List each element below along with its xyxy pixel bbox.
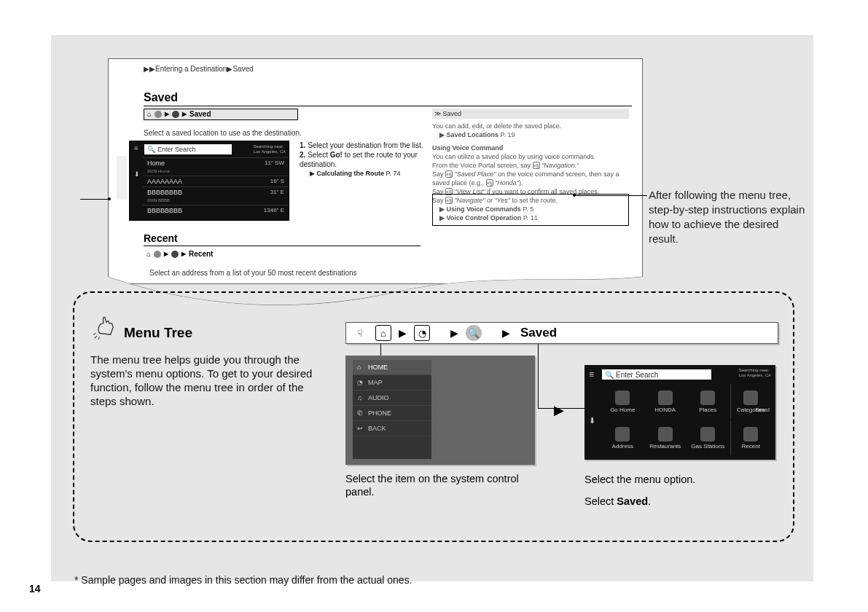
triangle-icon: ▶ bbox=[165, 109, 169, 119]
home-icon: ⌂ bbox=[375, 325, 391, 341]
back-icon: ↩ bbox=[357, 425, 364, 432]
down-arrow-icon: ⬇ bbox=[134, 170, 140, 178]
cp-item-audio: ♫AUDIO bbox=[353, 391, 431, 406]
honda-icon bbox=[658, 391, 673, 405]
nav-icon bbox=[154, 251, 161, 258]
home-icon: ⌂ bbox=[146, 249, 151, 259]
triangle-icon: ▶ bbox=[182, 109, 187, 119]
menu-tree-bar-recent: ⌂ ▶ ▶ Recent bbox=[144, 248, 298, 260]
nav-search-box: 🔍 Enter Search bbox=[144, 144, 232, 154]
step-list: 1. Select your destination from the list… bbox=[300, 141, 423, 178]
home-icon: ⌂ bbox=[147, 109, 152, 119]
triangle-icon: ▶ bbox=[502, 327, 510, 339]
nm-item: Restaurants bbox=[645, 420, 687, 455]
callout-anchor bbox=[108, 197, 111, 200]
ref-link: ▶ Saved Locations P. 19 bbox=[432, 130, 629, 139]
address-icon bbox=[615, 427, 630, 442]
highlight-box bbox=[432, 194, 629, 226]
nav-search-box: 🔍 Enter Search bbox=[602, 369, 711, 380]
nav-map-icon: ◔ bbox=[414, 325, 430, 341]
triangle-icon: ▶ bbox=[164, 249, 168, 259]
search-icon bbox=[171, 251, 179, 258]
cp-item-home: ⌂HOME bbox=[353, 360, 431, 375]
page-background: ▶▶Entering a Destination▶Saved Saved ⌂ ▶… bbox=[51, 35, 813, 581]
breadcrumb: ▶▶Entering a Destination▶Saved bbox=[144, 65, 254, 73]
control-panel-screenshot: ⌂HOME ◔MAP ♫AUDIO ✆PHONE ↩BACK bbox=[345, 356, 535, 465]
pin-icon bbox=[700, 391, 715, 405]
menu-tree-bar-saved: ⌂ ▶ ▶ Saved bbox=[144, 109, 298, 120]
tree-leaf-label: Saved bbox=[520, 326, 557, 340]
home-icon: ⌂ bbox=[357, 364, 364, 371]
page-number: 14 bbox=[29, 583, 41, 595]
recent-icon bbox=[743, 427, 758, 442]
menu-icon: ≡ bbox=[134, 144, 138, 152]
search-icon: 🔍 bbox=[466, 325, 482, 341]
gas-icon bbox=[700, 427, 715, 442]
saved-subtitle: Select a saved location to use as the de… bbox=[144, 129, 302, 137]
home-icon bbox=[615, 391, 630, 405]
leader-line bbox=[538, 344, 539, 408]
footnote: * Sample pages and images in this sectio… bbox=[74, 574, 413, 586]
menu-icon: ≡ bbox=[589, 369, 594, 380]
triangle-icon: ▶ bbox=[399, 327, 407, 339]
searching-near: Searching near: Los Angeles, CA bbox=[254, 144, 286, 154]
list-item: AAAAAAAA 16" S bbox=[143, 176, 289, 187]
nm-caption1: Select the menu option. bbox=[584, 472, 775, 487]
nm-item: Gas Stations bbox=[687, 420, 729, 455]
categories-icon bbox=[743, 391, 758, 405]
callout-leader bbox=[574, 195, 647, 196]
section-title-saved: Saved bbox=[144, 91, 632, 106]
cp-item-map: ◔MAP bbox=[353, 375, 431, 391]
search-placeholder: Enter Search bbox=[157, 144, 196, 154]
voice-icon: «§ bbox=[533, 162, 540, 169]
menu-tree-bar: ☟ ⌂ ▶ ◔ ▶ 🔍 ▶ Saved bbox=[345, 322, 778, 344]
nav-menu-screenshot: ≡ 🔍 Enter Search Searching near: Los Ang… bbox=[584, 365, 775, 460]
search-icon: 🔍 bbox=[147, 144, 155, 154]
menu-tree-title: Menu Tree bbox=[124, 325, 192, 341]
list-item: BBBBBBBB 1346" E bbox=[143, 205, 289, 216]
nm-item: Recent bbox=[730, 420, 772, 455]
nm-item: Categories bbox=[730, 384, 772, 419]
voice-icon: «§ bbox=[445, 170, 453, 178]
tree-leaf-label: Saved bbox=[189, 109, 211, 119]
search-icon: 🔍 bbox=[605, 371, 614, 379]
dashed-panel: Menu Tree The menu tree helps guide you … bbox=[73, 291, 794, 542]
callout-leader-left bbox=[80, 199, 108, 200]
nm-item: Go Home bbox=[602, 384, 644, 419]
recent-subtitle: Select an address from a list of your 50… bbox=[149, 269, 357, 277]
triangle-icon: ▶ bbox=[181, 249, 186, 259]
nm-item: Address bbox=[602, 420, 644, 455]
menu-tree-body: The menu tree helps guide you through th… bbox=[90, 353, 331, 408]
side-header: ≫ Saved bbox=[432, 109, 629, 119]
voice-icon: «§ bbox=[486, 179, 493, 187]
searching-near: Searching near: Los Angeles, CA bbox=[739, 368, 771, 378]
finger-icon: ☟ bbox=[352, 325, 368, 341]
nm-item: Places bbox=[687, 384, 729, 419]
hand-pointer-icon bbox=[93, 315, 118, 340]
triangle-icon: ▶ bbox=[450, 327, 458, 339]
nav-icon bbox=[155, 111, 162, 118]
cp-caption: Select the item on the system control pa… bbox=[345, 472, 535, 498]
callout-anchor bbox=[573, 194, 576, 197]
phone-icon: ✆ bbox=[357, 409, 364, 417]
section-title-recent: Recent bbox=[144, 232, 421, 246]
list-item: BBBBBBBB0909 BBBB 31" E bbox=[143, 187, 289, 205]
search-icon bbox=[172, 111, 179, 118]
nav-screenshot-saved: ≡ 🔍 Enter Search Searching near: Los Ang… bbox=[129, 141, 289, 221]
link-icon: ▶ bbox=[310, 170, 315, 177]
callout-text: After following the menu tree, step-by-s… bbox=[649, 188, 809, 246]
cp-item-phone: ✆PHONE bbox=[353, 406, 431, 421]
manual-page-box: ▶▶Entering a Destination▶Saved Saved ⌂ ▶… bbox=[108, 58, 643, 284]
nm-item: HONDA bbox=[645, 384, 687, 419]
nm-caption2: Select Saved. bbox=[584, 495, 651, 507]
saved-badge: Saved bbox=[755, 407, 770, 412]
down-arrow-icon: ⬇ bbox=[589, 416, 595, 425]
restaurants-icon bbox=[658, 427, 673, 442]
list-item: Home0909 Home 11" SW bbox=[143, 157, 289, 176]
triangle-icon: ▶ bbox=[554, 402, 564, 418]
audio-icon: ♫ bbox=[357, 394, 364, 401]
nav-tab bbox=[117, 156, 127, 200]
map-icon: ◔ bbox=[357, 379, 364, 386]
cp-item-back: ↩BACK bbox=[353, 421, 431, 436]
tree-leaf-label: Recent bbox=[189, 249, 213, 259]
